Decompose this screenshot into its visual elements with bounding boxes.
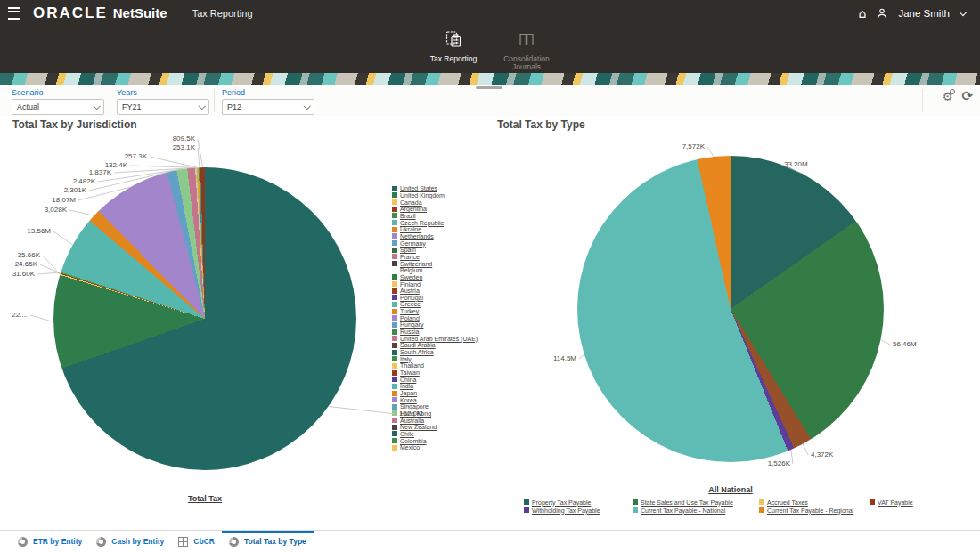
legend-item[interactable]: Japan: [392, 390, 478, 397]
tab-total-tax-by-type[interactable]: Total Tax by Type: [222, 531, 314, 552]
legend-swatch: [392, 336, 397, 341]
legend-item[interactable]: United Kingdom: [392, 192, 478, 199]
filter-select-years[interactable]: FY21: [117, 99, 209, 115]
legend-item[interactable]: Korea: [392, 396, 478, 403]
legend-item[interactable]: Portugal: [392, 295, 478, 302]
legend-swatch: [392, 404, 397, 410]
legend-item[interactable]: Netherlands: [392, 233, 478, 240]
filter-period: PeriodP12: [222, 88, 314, 115]
legend-swatch: [392, 254, 397, 259]
tab-etr-by-entity[interactable]: ETR by Entity: [11, 531, 89, 552]
legend-item[interactable]: Colombia: [392, 437, 478, 444]
chevron-down-icon[interactable]: [960, 8, 967, 15]
legend-item[interactable]: Italy: [392, 355, 478, 362]
filter-divider: [922, 89, 923, 112]
legend-item[interactable]: France: [392, 254, 478, 261]
collapse-handle[interactable]: [476, 86, 502, 89]
legend-item[interactable]: Property Tax Payable: [524, 499, 633, 506]
filter-scenario: ScenarioActual: [12, 88, 104, 115]
legend-item[interactable]: South Africa: [392, 349, 478, 356]
legend-item[interactable]: Sweden: [392, 274, 478, 281]
filter-fields: ScenarioActualYearsFY21PeriodP12: [12, 88, 314, 115]
legend-label: Netherlands: [400, 233, 434, 239]
chevron-down-icon: [93, 102, 100, 110]
legend-label: Japan: [400, 390, 417, 396]
legend-item[interactable]: Chile: [392, 431, 478, 438]
legend-item[interactable]: Mexico: [392, 444, 478, 451]
legend-item[interactable]: Germany: [392, 239, 478, 247]
home-icon[interactable]: ⌂: [859, 7, 867, 20]
nav-item-tax-reporting[interactable]: Tax Reporting: [417, 29, 490, 71]
legend-item[interactable]: VAT Payable: [870, 499, 946, 506]
legend-item[interactable]: Taiwan: [392, 369, 478, 377]
tab-cbcr[interactable]: CbCR: [171, 531, 222, 552]
refresh-icon[interactable]: ⟳: [961, 90, 973, 103]
legend-item[interactable]: State Sales and Use Tax Payable: [633, 499, 759, 506]
legend-item[interactable]: Hong Kong: [392, 410, 478, 418]
legend-label: Current Tax Payable - Regional: [767, 507, 853, 514]
all-national-link[interactable]: All National: [668, 485, 793, 494]
legend-label: United Kingdom: [400, 192, 445, 199]
legend-label: Canada: [400, 199, 422, 206]
legend-item[interactable]: Withholding Tax Payable: [524, 507, 633, 514]
legend-label: Spain: [400, 247, 416, 253]
left-chart-title: Total Tax by Jurisdiction: [12, 118, 137, 131]
legend-item[interactable]: Switzerland: [392, 260, 478, 267]
tab-cash-by-entity[interactable]: Cash by Entity: [89, 531, 171, 552]
legend-item[interactable]: Russia: [392, 329, 478, 336]
nav-item-consolidation-journals[interactable]: Consolidation Journals: [490, 29, 563, 71]
legend-label: Germany: [400, 240, 426, 247]
legend-item[interactable]: India: [392, 383, 478, 390]
legend-item[interactable]: Turkey: [392, 308, 478, 315]
pie-total-tax-by-type[interactable]: [577, 156, 884, 462]
legend-item[interactable]: Accrued Taxes: [759, 499, 870, 506]
legend-swatch: [392, 302, 397, 307]
filter-select-scenario[interactable]: Actual: [12, 99, 104, 115]
pie-total-tax-by-jurisdiction[interactable]: [53, 167, 356, 470]
legend-item[interactable]: Australia: [392, 417, 478, 424]
legend-item[interactable]: Current Tax Payable - National: [633, 507, 759, 514]
legend-label: Greece: [400, 301, 421, 307]
legend-item[interactable]: Poland: [392, 314, 478, 321]
legend-item[interactable]: Saudi Arabia: [392, 342, 478, 349]
legend-item[interactable]: Thailand: [392, 362, 478, 369]
user-icon[interactable]: [877, 8, 887, 20]
legend-item[interactable]: Hungary: [392, 321, 478, 329]
settings-gear-icon[interactable]: ⚙: [943, 91, 953, 102]
legend-label: Saudi Arabia: [400, 342, 436, 348]
legend-item[interactable]: Finland: [392, 280, 478, 288]
filter-select-period[interactable]: P12: [222, 99, 314, 115]
legend-label: Poland: [400, 315, 420, 321]
hamburger-menu-icon[interactable]: [8, 7, 20, 20]
legend-swatch: [392, 309, 397, 314]
legend-item[interactable]: Singapore: [392, 403, 478, 410]
legend-item[interactable]: Brazil: [392, 213, 478, 220]
legend-item[interactable]: United States: [392, 185, 478, 192]
top-header: ORACLE NetSuite Tax Reporting ⌂ Jane Smi…: [0, 0, 980, 27]
legend-item[interactable]: Canada: [392, 199, 478, 206]
legend-item[interactable]: Greece: [392, 301, 478, 308]
legend-item[interactable]: Argentina: [392, 206, 478, 213]
filter-label: Scenario: [12, 88, 104, 97]
legend-item[interactable]: United Arab Emirates (UAE): [392, 335, 478, 342]
total-tax-link[interactable]: Total Tax: [143, 494, 267, 503]
legend-label: Taiwan: [400, 369, 420, 376]
legend-item[interactable]: Spain: [392, 247, 478, 254]
legend-swatch: [870, 499, 875, 505]
grid-chart-icon: [178, 537, 188, 547]
chevron-down-icon: [198, 102, 205, 110]
legend-item[interactable]: Belgium: [392, 267, 478, 274]
legend-label: Switzerland: [400, 261, 432, 267]
legend-item[interactable]: Austria: [392, 288, 478, 295]
legend-label: Chile: [400, 431, 414, 437]
legend-item[interactable]: Current Tax Payable - Regional: [759, 507, 870, 514]
legend-label: Finland: [400, 281, 421, 288]
legend-item[interactable]: New Zealand: [392, 424, 478, 431]
legend-item[interactable]: Czech Republic: [392, 219, 478, 226]
tab-label: Cash by Entity: [111, 537, 164, 546]
module-nav-items: Tax ReportingConsolidation Journals: [417, 29, 563, 71]
user-name[interactable]: Jane Smith: [898, 8, 950, 19]
legend-item[interactable]: China: [392, 376, 478, 383]
legend-item[interactable]: Ukraine: [392, 226, 478, 233]
legend-swatch: [392, 329, 397, 335]
